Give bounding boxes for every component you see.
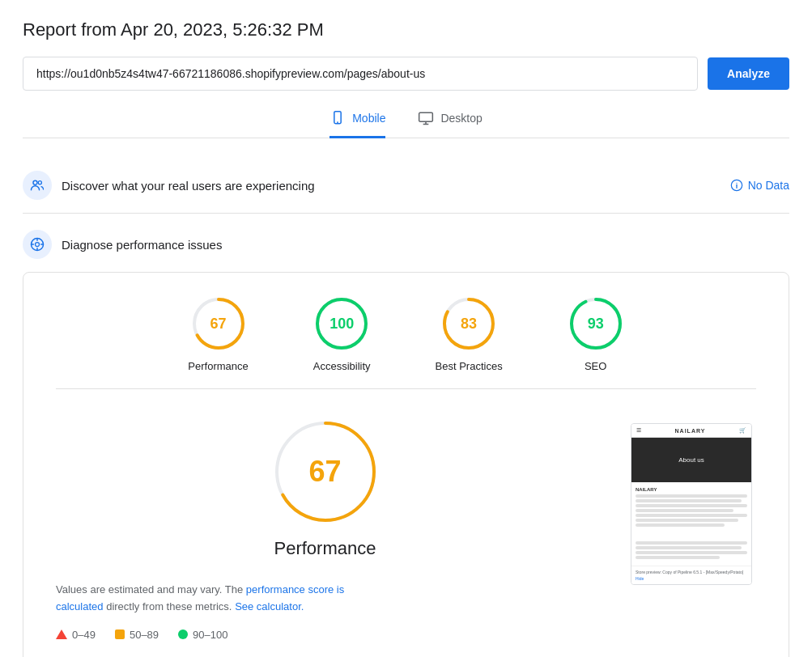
preview-store-label: NAILARY bbox=[636, 487, 747, 492]
score-circle-best-practices: 83 bbox=[440, 295, 497, 352]
preview-hide-link[interactable]: Hide bbox=[636, 576, 747, 581]
preview-footer-text: Store preview: Copy of Pipeline 6.5.1 - … bbox=[636, 570, 747, 574]
url-row: Analyze bbox=[23, 57, 789, 91]
users-icon bbox=[29, 177, 45, 193]
perf-right: ☰ NAILARY 🛒 About us NAILARY bbox=[627, 415, 756, 641]
preview-para-1 bbox=[636, 494, 747, 498]
preview-para-6 bbox=[636, 519, 738, 522]
score-value-accessibility: 100 bbox=[329, 316, 354, 333]
legend-bad-icon bbox=[56, 629, 67, 639]
big-circle-wrap: 67 Performance bbox=[56, 415, 594, 569]
svg-point-10 bbox=[736, 183, 737, 184]
discover-text: Discover what your real users are experi… bbox=[62, 179, 315, 193]
diagnose-icon-wrap bbox=[23, 230, 52, 259]
preview-header: ☰ NAILARY 🛒 bbox=[631, 424, 751, 438]
diagnose-header: Diagnose performance issues bbox=[23, 230, 789, 259]
analyze-button[interactable]: Analyze bbox=[708, 57, 789, 90]
legend-good-icon bbox=[178, 629, 188, 639]
score-label-best-practices: Best Practices bbox=[436, 360, 503, 372]
score-value-best-practices: 83 bbox=[461, 316, 477, 333]
svg-point-6 bbox=[33, 180, 37, 184]
discover-section: Discover what your real users are experi… bbox=[23, 158, 789, 214]
preview-cart-icon: 🛒 bbox=[739, 427, 746, 434]
performance-detail: 67 Performance Values are estimated and … bbox=[56, 396, 756, 657]
legend-medium-range: 50–89 bbox=[130, 629, 159, 641]
score-item-performance[interactable]: 67 Performance bbox=[188, 295, 248, 372]
info-icon bbox=[730, 179, 743, 192]
preview-para-4 bbox=[636, 509, 733, 512]
score-label-performance: Performance bbox=[188, 360, 248, 372]
url-input[interactable] bbox=[23, 57, 698, 91]
score-circle-seo: 93 bbox=[568, 295, 624, 352]
diagnose-text: Diagnose performance issues bbox=[62, 238, 222, 252]
preview-para-11 bbox=[636, 556, 720, 559]
preview-para-5 bbox=[636, 514, 747, 517]
tab-desktop-label: Desktop bbox=[440, 112, 482, 125]
legend-good-range: 90–100 bbox=[193, 629, 227, 641]
legend-medium-icon bbox=[115, 629, 125, 639]
perf-see-calc-link[interactable]: See calculator. bbox=[235, 600, 304, 612]
diagnose-section: Diagnose performance issues 67 Performan… bbox=[23, 230, 789, 657]
svg-point-12 bbox=[36, 243, 40, 247]
scores-panel: 67 Performance 100 Accessibility bbox=[23, 272, 789, 657]
score-item-seo[interactable]: 93 SEO bbox=[568, 295, 624, 372]
preview-logo-text: NAILARY bbox=[675, 428, 706, 434]
no-data-link[interactable]: No Data bbox=[730, 179, 789, 192]
score-value-seo: 93 bbox=[588, 316, 604, 333]
perf-description: Values are estimated and may vary. The p… bbox=[56, 582, 380, 616]
discover-left: Discover what your real users are experi… bbox=[23, 171, 315, 200]
tab-desktop[interactable]: Desktop bbox=[418, 110, 482, 138]
desktop-icon bbox=[418, 110, 434, 126]
mobile-icon bbox=[329, 110, 346, 126]
score-circle-performance: 67 bbox=[190, 295, 247, 352]
score-label-seo: SEO bbox=[585, 360, 606, 372]
tab-mobile[interactable]: Mobile bbox=[329, 110, 385, 138]
legend-item-bad: 0–49 bbox=[56, 629, 96, 641]
perf-section-title: Performance bbox=[56, 538, 594, 559]
big-circle: 67 bbox=[269, 415, 382, 528]
perf-desc-cont: directly from these metrics. bbox=[106, 600, 232, 612]
preview-hero: About us bbox=[631, 438, 751, 482]
no-data-text: No Data bbox=[748, 179, 789, 192]
svg-rect-3 bbox=[419, 112, 433, 121]
report-title: Report from Apr 20, 2023, 5:26:32 PM bbox=[23, 19, 789, 40]
preview-para-2 bbox=[636, 499, 742, 502]
tab-mobile-label: Mobile bbox=[352, 112, 385, 125]
perf-left: 67 Performance Values are estimated and … bbox=[56, 415, 594, 641]
preview-para-9 bbox=[636, 546, 742, 549]
score-item-best-practices[interactable]: 83 Best Practices bbox=[436, 295, 503, 372]
tabs-row: Mobile Desktop bbox=[23, 110, 789, 138]
preview-footer: Store preview: Copy of Pipeline 6.5.1 - … bbox=[631, 566, 751, 584]
perf-desc-text: Values are estimated and may vary. The bbox=[56, 583, 243, 596]
svg-point-2 bbox=[338, 122, 338, 123]
score-item-accessibility[interactable]: 100 Accessibility bbox=[313, 295, 371, 372]
preview-para-7 bbox=[636, 523, 725, 527]
legend-bad-range: 0–49 bbox=[72, 629, 96, 641]
preview-para-8 bbox=[636, 541, 747, 545]
website-preview: ☰ NAILARY 🛒 About us NAILARY bbox=[631, 423, 752, 585]
legend-item-medium: 50–89 bbox=[115, 629, 159, 641]
score-label-accessibility: Accessibility bbox=[313, 360, 371, 372]
big-score-value: 67 bbox=[308, 455, 341, 489]
wrench-icon bbox=[29, 236, 45, 252]
preview-body: NAILARY bbox=[631, 482, 751, 566]
score-circle-accessibility: 100 bbox=[313, 295, 370, 352]
preview-para-10 bbox=[636, 551, 747, 554]
legend-row: 0–49 50–89 90–100 bbox=[56, 629, 227, 641]
scores-row: 67 Performance 100 Accessibility bbox=[56, 295, 756, 389]
legend-item-good: 90–100 bbox=[178, 629, 227, 641]
svg-point-7 bbox=[38, 181, 41, 184]
discover-icon-wrap bbox=[23, 171, 52, 200]
score-value-performance: 67 bbox=[210, 316, 227, 333]
preview-hero-text: About us bbox=[678, 456, 704, 464]
preview-logo: ☰ bbox=[636, 427, 641, 434]
preview-para-3 bbox=[636, 504, 747, 507]
